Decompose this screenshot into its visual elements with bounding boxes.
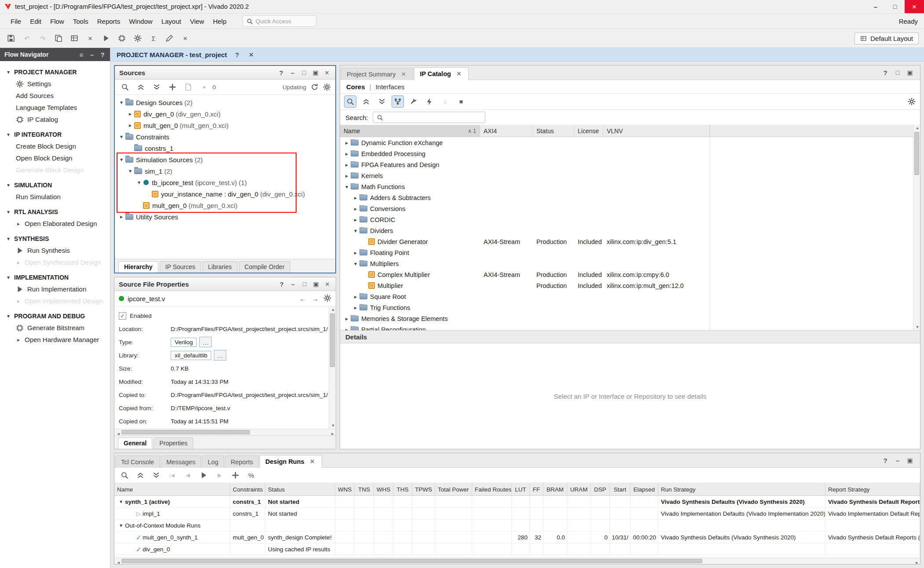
minimize-icon[interactable]	[289, 68, 297, 77]
settings-icon[interactable]	[908, 98, 916, 106]
step-first-icon[interactable]	[166, 470, 178, 481]
close-button[interactable]	[905, 0, 924, 13]
tree-item-mult-gen-0[interactable]: mult_gen_0 (mult_gen_0.xci)	[115, 200, 335, 211]
chevron-right-icon[interactable]	[126, 111, 134, 117]
chevron-right-icon[interactable]	[352, 217, 359, 223]
scroll-thumb[interactable]	[121, 559, 702, 563]
status-dot-icon[interactable]	[198, 81, 210, 93]
flow-item-open-implemented-design[interactable]: Open Implemented Design	[0, 295, 110, 307]
chevron-down-icon[interactable]	[352, 228, 359, 234]
minimize-button[interactable]	[866, 0, 885, 13]
column-header-status[interactable]: Status	[533, 125, 574, 137]
menu-reports[interactable]: Reports	[93, 16, 125, 27]
percent-icon[interactable]	[246, 470, 257, 481]
info-icon[interactable]	[440, 96, 451, 107]
catalog-row-dividers[interactable]: Dividers	[340, 225, 920, 236]
chevron-down-icon[interactable]	[126, 168, 134, 174]
catalog-row-complex-multiplier[interactable]: Complex MultiplierAXI4-StreamProductionI…	[340, 269, 920, 280]
menu-window[interactable]: Window	[125, 16, 157, 27]
catalog-row-multiplier[interactable]: MultiplierProductionIncludedxilinx.com:i…	[340, 280, 920, 291]
collapse-all-icon[interactable]	[135, 470, 146, 481]
column-header-dsp[interactable]: DSP	[591, 483, 610, 495]
catalog-row-fpga-features-and-design[interactable]: FPGA Features and Design	[340, 159, 920, 170]
properties-tab-general[interactable]: General	[118, 437, 152, 449]
chevron-down-icon[interactable]	[117, 157, 125, 163]
settings-icon[interactable]	[323, 83, 331, 91]
sources-tab-hierarchy[interactable]: Hierarchy	[118, 261, 158, 273]
tree-item-utility-sources[interactable]: Utility Sources	[115, 211, 335, 222]
close-tab-icon[interactable]	[400, 70, 407, 79]
column-header-license[interactable]: License	[574, 125, 603, 137]
search-icon[interactable]	[345, 96, 356, 107]
run-icon[interactable]	[198, 470, 209, 481]
catalog-row-math-functions[interactable]: Math Functions	[340, 181, 920, 192]
properties-icon[interactable]	[183, 81, 194, 93]
tree-item-design-sources[interactable]: Design Sources (2)	[115, 97, 335, 108]
catalog-row-trig-functions[interactable]: Trig Functions	[340, 302, 920, 313]
menu-help[interactable]: Help	[209, 16, 231, 27]
close-icon[interactable]	[247, 50, 255, 59]
help-icon[interactable]	[233, 50, 241, 59]
tree-item-mult-gen-0[interactable]: mult_gen_0 (mult_gen_0.xci)	[115, 120, 335, 131]
chevron-right-icon[interactable]	[343, 151, 351, 157]
sources-tab-ip-sources[interactable]: IP Sources	[160, 261, 201, 273]
column-header-vlnv[interactable]: VLNV	[603, 125, 710, 137]
settings-icon[interactable]	[323, 294, 331, 302]
column-header-bram[interactable]: BRAM	[543, 483, 567, 495]
enabled-checkbox[interactable]	[119, 312, 126, 320]
column-header-uram[interactable]: URAM	[567, 483, 591, 495]
scroll-down-icon[interactable]	[329, 422, 336, 429]
column-header-axi4[interactable]: AXI4	[480, 125, 533, 137]
tree-item-simulation-sources[interactable]: Simulation Sources (2)	[115, 154, 335, 165]
minimize-icon[interactable]	[89, 50, 95, 59]
chevron-right-icon[interactable]	[343, 162, 351, 168]
catalog-row-multipliers[interactable]: Multipliers	[340, 258, 920, 269]
run-row-synth-1-active[interactable]: synth_1 (active)constrs_1Not startedViva…	[114, 496, 920, 508]
column-header-whs[interactable]: WHS	[374, 483, 393, 495]
flow-section-header-rtl-analysis[interactable]: RTL ANALYSIS	[0, 206, 110, 218]
cancel-icon[interactable]	[180, 33, 191, 44]
chevron-right-icon[interactable]	[343, 316, 351, 322]
chevron-right-icon[interactable]	[343, 327, 351, 331]
bottom-tab-tcl-console[interactable]: Tcl Console	[115, 455, 160, 468]
run-icon[interactable]	[100, 33, 112, 44]
flow-section-header-ip-integrator[interactable]: IP INTEGRATOR	[0, 129, 110, 140]
step-back-icon[interactable]	[182, 470, 194, 481]
catalog-row-conversions[interactable]: Conversions	[340, 203, 920, 214]
column-header-tpws[interactable]: TPWS	[412, 483, 435, 495]
scroll-right-icon[interactable]	[914, 558, 920, 567]
ellipsis-button[interactable]	[199, 337, 212, 347]
float-icon[interactable]	[300, 68, 308, 77]
horizontal-scrollbar[interactable]	[114, 557, 920, 564]
menu-tools[interactable]: Tools	[69, 16, 93, 27]
save-icon[interactable]	[5, 33, 17, 44]
search-icon[interactable]	[119, 81, 131, 93]
ip-settings-icon[interactable]	[408, 96, 419, 107]
redo-icon[interactable]	[37, 33, 48, 44]
maximize-icon[interactable]	[312, 68, 319, 77]
bottom-tab-reports[interactable]: Reports	[225, 455, 259, 468]
flow-item-generate-block-design[interactable]: Generate Block Design	[0, 164, 110, 176]
subtab-cores[interactable]: Cores	[346, 83, 365, 91]
flow-item-ip-catalog[interactable]: IP Catalog	[0, 113, 110, 125]
collapse-all-icon[interactable]	[135, 81, 147, 93]
search-icon[interactable]	[119, 470, 130, 481]
sources-tab-compile-order[interactable]: Compile Order	[239, 261, 290, 273]
column-header-report-strategy[interactable]: Report Strategy	[825, 483, 920, 495]
board-icon[interactable]	[69, 33, 80, 44]
flow-item-run-implementation[interactable]: Run Implementation	[0, 283, 110, 295]
ip-search-input[interactable]	[373, 112, 485, 123]
flow-item-run-synthesis[interactable]: Run Synthesis	[0, 244, 110, 256]
chevron-right-icon[interactable]	[352, 250, 359, 256]
catalog-row-memories-storage-elements[interactable]: Memories & Storage Elements	[340, 313, 920, 324]
help-icon[interactable]	[881, 68, 889, 77]
bottom-tab-log[interactable]: Log	[202, 455, 224, 468]
chevron-right-icon[interactable]	[352, 206, 359, 212]
flow-item-run-simulation[interactable]: Run Simulation	[0, 191, 110, 203]
create-run-icon[interactable]	[230, 470, 241, 481]
property-value-editor[interactable]: Verilog	[171, 338, 197, 347]
catalog-row-floating-point[interactable]: Floating Point	[340, 247, 920, 258]
chevron-right-icon[interactable]	[343, 173, 351, 179]
chevron-down-icon[interactable]	[343, 184, 351, 190]
help-icon[interactable]	[881, 456, 889, 465]
